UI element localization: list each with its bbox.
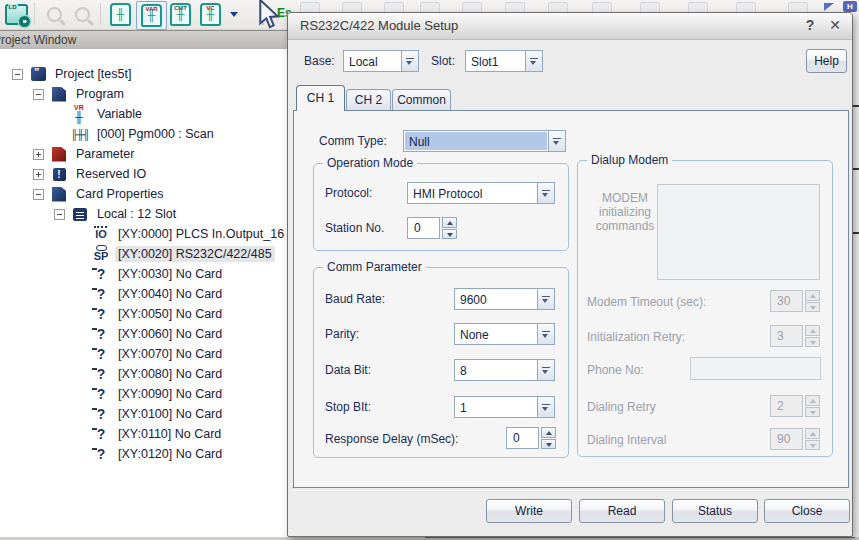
- tree-item[interactable]: Local : 12 Slot: [0, 204, 290, 224]
- status-button[interactable]: Status: [672, 499, 758, 523]
- comm-type-select[interactable]: Null: [403, 130, 566, 152]
- spin-up-icon[interactable]: [541, 427, 556, 438]
- spin-up-icon[interactable]: [442, 217, 457, 228]
- spin-up-icon: [805, 428, 820, 439]
- spin-down-icon[interactable]: [541, 439, 556, 450]
- comment-view-button[interactable]: CMT: [166, 1, 195, 28]
- tree-expander[interactable]: [33, 169, 44, 180]
- tree-item[interactable]: Project [tes5t]: [0, 64, 290, 84]
- slot-select[interactable]: Slot1: [465, 50, 543, 72]
- vc-view-button[interactable]: VC: [196, 1, 225, 28]
- response-delay-label: Response Delay (mSec):: [325, 432, 458, 446]
- tree-expander[interactable]: [54, 209, 65, 220]
- station-no-stepper[interactable]: 0: [407, 217, 457, 239]
- no-card-icon: [90, 345, 112, 364]
- tree-item[interactable]: [XY:0060] No Card: [0, 324, 290, 344]
- project-window-titlebar: Project Window: [0, 30, 290, 51]
- dropdown-arrow-icon[interactable]: [548, 131, 565, 151]
- chevron-down-icon[interactable]: [230, 12, 238, 17]
- comm-type-label: Comm Type:: [319, 134, 387, 148]
- tree-item[interactable]: [XY:0090] No Card: [0, 384, 290, 404]
- project-tree: Project [tes5t] Program Variable [000] P…: [0, 49, 290, 540]
- spin-down-icon: [805, 440, 820, 451]
- mouse-cursor: [254, 0, 284, 32]
- tree-item[interactable]: [XY:0100] No Card: [0, 404, 290, 424]
- variable-view-button[interactable]: VAR: [136, 1, 167, 30]
- response-delay-stepper[interactable]: 0: [506, 427, 556, 449]
- tree-item[interactable]: Card Properties: [0, 184, 290, 204]
- tree-item[interactable]: [XY:0070] No Card: [0, 344, 290, 364]
- phone-no-label: Phone No:: [587, 363, 644, 377]
- protocol-select[interactable]: HMI Protocol: [407, 182, 555, 204]
- tree-expander[interactable]: [33, 189, 44, 200]
- help-button[interactable]: Help: [806, 49, 847, 73]
- dialog-help-icon[interactable]: ?: [801, 17, 819, 33]
- tree-expander[interactable]: [12, 69, 23, 80]
- no-card-icon: [90, 305, 112, 324]
- no-card-icon: [90, 365, 112, 384]
- tab-ch1[interactable]: CH 1: [296, 85, 345, 111]
- tree-item[interactable]: [XY:0030] No Card: [0, 264, 290, 284]
- dropdown-arrow-icon[interactable]: [537, 360, 554, 380]
- base-label: Base:: [304, 54, 335, 68]
- tree-item[interactable]: Variable: [0, 104, 290, 124]
- parity-select[interactable]: None: [454, 323, 555, 345]
- close-icon[interactable]: ✕: [826, 17, 844, 33]
- tree-item[interactable]: [XY:0050] No Card: [0, 304, 290, 324]
- ch1-tab-page: Comm Type: Null Operation Mode Protocol:…: [293, 110, 849, 488]
- dialog-title: RS232C/422 Module Setup: [300, 18, 458, 33]
- baud-rate-select[interactable]: 9600: [454, 288, 555, 310]
- base-select[interactable]: Local: [343, 50, 419, 72]
- tab-ch2[interactable]: CH 2: [346, 89, 391, 111]
- dropdown-arrow-icon[interactable]: [537, 289, 554, 309]
- tab-strip: CH 1 CH 2 Common: [288, 84, 848, 111]
- no-card-icon: [90, 445, 112, 464]
- write-button[interactable]: Write: [486, 499, 572, 523]
- baud-rate-label: Baud Rate:: [325, 292, 385, 306]
- reserved-io-icon: [48, 165, 70, 184]
- dropdown-arrow-icon[interactable]: [525, 51, 542, 71]
- magnifier-icon: [75, 7, 90, 22]
- dialing-retry-stepper: 2: [770, 395, 820, 417]
- dropdown-arrow-icon[interactable]: [401, 51, 418, 71]
- dropdown-arrow-icon[interactable]: [537, 397, 554, 417]
- tree-item[interactable]: Parameter: [0, 144, 290, 164]
- toolbar-separator: [34, 3, 35, 25]
- read-button[interactable]: Read: [579, 499, 665, 523]
- stop-bit-select[interactable]: 1: [454, 396, 555, 418]
- tree-item[interactable]: [XY:0110] No Card: [0, 424, 290, 444]
- project-window-title: Project Window: [0, 33, 76, 47]
- tree-item[interactable]: [XY:0120] No Card: [0, 444, 290, 464]
- data-bit-select[interactable]: 8: [454, 359, 555, 381]
- io-card-icon: [110, 3, 131, 26]
- init-retry-label: Initialization Retry:: [587, 330, 685, 344]
- tree-item[interactable]: [XY:0080] No Card: [0, 364, 290, 384]
- tree-expander[interactable]: [33, 149, 44, 160]
- close-button[interactable]: Close: [764, 499, 850, 523]
- tree-item[interactable]: Program: [0, 84, 290, 104]
- modem-init-textarea: [657, 184, 820, 280]
- modem-timeout-label: Modem Timeout (sec):: [587, 295, 706, 309]
- cmt-card-icon: CMT: [170, 3, 191, 26]
- dropdown-arrow-icon[interactable]: [537, 183, 554, 203]
- comm-parameter-title: Comm Parameter: [323, 260, 426, 274]
- no-card-icon: [90, 425, 112, 444]
- tab-common[interactable]: Common: [392, 89, 451, 111]
- ld-program-button[interactable]: LD: [2, 1, 30, 27]
- dialog-titlebar: RS232C/422 Module Setup ? ✕: [288, 13, 852, 40]
- tree-item[interactable]: [XY:0040] No Card: [0, 284, 290, 304]
- tree-item[interactable]: [XY:0000] PLCS In.Output_16: [0, 224, 290, 244]
- tree-item[interactable]: [000] Pgm000 : Scan: [0, 124, 290, 144]
- tree-item[interactable]: [XY:0020] RS232C/422/485: [0, 244, 290, 264]
- spin-down-icon: [805, 302, 820, 313]
- init-retry-stepper: 3: [770, 325, 820, 347]
- ld-grid-icon: LD: [5, 4, 28, 25]
- card-view-button[interactable]: [106, 1, 135, 28]
- toolbar-separator: [100, 3, 101, 25]
- modem-init-label: MODEM initializing commands: [586, 191, 664, 233]
- tree-expander[interactable]: [33, 89, 44, 100]
- spin-down-icon[interactable]: [442, 229, 457, 240]
- tree-item[interactable]: Reserved IO: [0, 164, 290, 184]
- phone-no-field: [690, 357, 821, 380]
- dropdown-arrow-icon[interactable]: [537, 324, 554, 344]
